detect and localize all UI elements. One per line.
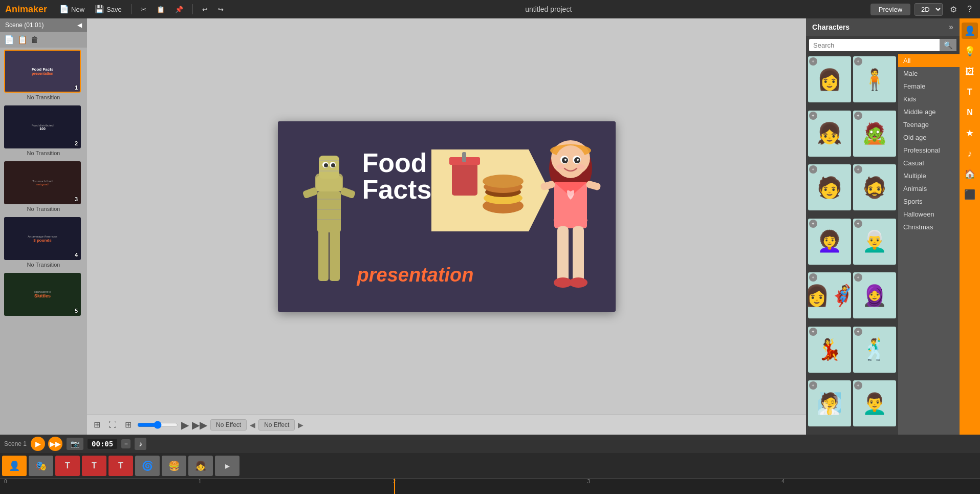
time-minus-button[interactable]: − <box>121 439 130 448</box>
char-card-4[interactable]: + 🧟 <box>853 111 896 157</box>
effect2-box[interactable]: No Effect <box>258 419 295 431</box>
characters-icon-btn[interactable]: 👤 <box>962 23 978 39</box>
char-card-3[interactable]: + 👧 <box>808 111 851 157</box>
delete-scene-button[interactable]: 🗑 <box>31 35 39 45</box>
timeline-item-3[interactable]: T <box>55 456 80 476</box>
scene-transition-4[interactable]: No Transition <box>4 260 83 269</box>
paste-button[interactable]: 📌 <box>172 4 186 15</box>
duplicate-scene-button[interactable]: 📋 <box>17 35 28 45</box>
scene-play-button[interactable]: ▶ <box>31 437 45 451</box>
filter-multiple[interactable]: Multiple <box>898 169 960 182</box>
fullscreen-button[interactable]: ⛶ <box>106 419 119 431</box>
play-button[interactable]: ▶ <box>181 419 189 431</box>
help-button[interactable]: ? <box>964 4 975 15</box>
filter-old-age[interactable]: Old age <box>898 131 960 144</box>
timeline-item-1[interactable]: 👤 <box>2 456 27 476</box>
char-card-11[interactable]: + 💃 <box>808 327 851 373</box>
girl-character[interactable] <box>534 140 608 309</box>
char-card-6[interactable]: + 🧔 <box>853 164 896 210</box>
media-icon-btn[interactable]: 🖼 <box>962 63 978 80</box>
expand-panel-icon[interactable]: » <box>949 23 953 32</box>
filter-sports[interactable]: Sports <box>898 195 960 208</box>
timeline-item-7[interactable]: 🍔 <box>162 456 186 476</box>
export-icon-btn[interactable]: ⬛ <box>962 186 978 203</box>
preview-button[interactable]: Preview <box>870 4 910 15</box>
effect1-box[interactable]: No Effect <box>210 419 247 431</box>
scene-item-4[interactable]: An average American 3 pounds 4 No Transi… <box>4 217 83 269</box>
scene-thumb-5[interactable]: equivalent to Skittles 5 <box>4 273 81 316</box>
mode-select[interactable]: 2D 3D <box>914 3 943 16</box>
scene-number-5: 5 <box>75 308 78 314</box>
scene-item-2[interactable]: Food distributed 100 2 No Transition <box>4 105 83 157</box>
filter-female[interactable]: Female <box>898 80 960 93</box>
filter-casual[interactable]: Casual <box>898 157 960 169</box>
play-all-button[interactable]: ▶▶ <box>192 419 207 431</box>
filter-animals[interactable]: Animals <box>898 182 960 195</box>
timeline-item-9[interactable]: ▸ <box>215 456 239 476</box>
copy-button[interactable]: 📋 <box>154 4 168 15</box>
collapse-icon[interactable]: ◀ <box>77 22 82 29</box>
logo-icon-btn[interactable]: N <box>962 104 978 121</box>
scene-item-3[interactable]: Too much food not good 3 No Transition <box>4 161 83 213</box>
timeline-item-8[interactable]: 👧 <box>188 456 213 476</box>
scene-item-5[interactable]: equivalent to Skittles 5 <box>4 273 83 316</box>
char-card-5[interactable]: + 🧑 <box>808 164 851 210</box>
props-icon-btn[interactable]: 💡 <box>962 43 978 59</box>
music-icon-btn[interactable]: ♪ <box>962 145 978 162</box>
char-card-9[interactable]: + 👩‍🦸 <box>808 272 851 318</box>
mummy-character[interactable] <box>296 145 362 309</box>
filter-male[interactable]: Male <box>898 67 960 80</box>
playhead[interactable] <box>394 479 395 494</box>
scene-thumb-3[interactable]: Too much food not good 3 <box>4 161 81 204</box>
filter-halloween[interactable]: Halloween <box>898 208 960 221</box>
new-button[interactable]: 📄 New <box>56 3 88 15</box>
scene-thumb-1[interactable]: Food Facts presentation 1 <box>4 50 81 93</box>
zoom-slider[interactable] <box>137 421 178 429</box>
grid-button[interactable]: ⊞ <box>122 418 134 431</box>
scene-item-1[interactable]: Food Facts presentation 1 No Transition <box>4 50 83 101</box>
char-card-10[interactable]: + 🧕 <box>853 272 896 318</box>
scene-thumb-4[interactable]: An average American 3 pounds 4 <box>4 217 81 260</box>
filter-teenage[interactable]: Teenage <box>898 118 960 131</box>
scene-number-1: 1 <box>75 84 78 91</box>
char-card-2[interactable]: + 🧍 <box>853 56 896 102</box>
timeline-item-5[interactable]: T <box>108 456 133 476</box>
char-card-1[interactable]: + 👩 <box>808 56 851 102</box>
scene-transition-1[interactable]: No Transition <box>4 93 83 101</box>
right-icons-strip: 👤 💡 🖼 T N ★ ♪ 🏠 ⬛ <box>960 18 980 435</box>
camera-button[interactable]: 📷 <box>67 438 83 450</box>
timeline-item-4[interactable]: T <box>82 456 106 476</box>
char-card-12[interactable]: + 🕺 <box>853 327 896 373</box>
filter-christmas[interactable]: Christmas <box>898 221 960 233</box>
search-button[interactable]: 🔍 <box>940 39 956 51</box>
scene-transition-2[interactable]: No Transition <box>4 148 83 157</box>
templates-icon-btn[interactable]: 🏠 <box>962 166 978 182</box>
filter-middle-age[interactable]: Middle age <box>898 105 960 118</box>
music-timeline-button[interactable]: ♪ <box>135 438 146 450</box>
text-icon-btn[interactable]: T <box>962 84 978 100</box>
search-input[interactable] <box>809 39 940 51</box>
timeline-item-2[interactable]: 🎭 <box>29 456 53 476</box>
slide-canvas[interactable]: Food Facts presentation <box>278 121 616 312</box>
effects-icon-btn[interactable]: ★ <box>962 125 978 141</box>
project-title: untitled project <box>231 5 866 13</box>
undo-button[interactable]: ↩ <box>199 4 211 15</box>
add-scene-button[interactable]: 📄 <box>4 35 14 45</box>
scene-transition-3[interactable]: No Transition <box>4 204 83 213</box>
char-card-7[interactable]: + 👩‍🦱 <box>808 219 851 265</box>
char-card-13[interactable]: + 🧖 <box>808 380 851 426</box>
char-card-8[interactable]: + 👨‍🦳 <box>853 219 896 265</box>
filter-professional[interactable]: Professional <box>898 144 960 157</box>
scene-thumb-2[interactable]: Food distributed 100 2 <box>4 105 81 148</box>
save-button[interactable]: 💾 Save <box>92 3 125 15</box>
cut-button[interactable]: ✂ <box>138 4 149 15</box>
scene-next-button[interactable]: ▶▶ <box>48 437 62 451</box>
char-card-14[interactable]: + 👨‍🦱 <box>853 380 896 426</box>
filter-kids[interactable]: Kids <box>898 93 960 105</box>
filter-all[interactable]: All <box>898 54 960 67</box>
redo-button[interactable]: ↪ <box>215 4 227 15</box>
settings-button[interactable]: ⚙ <box>947 4 960 15</box>
timeline-item-6[interactable]: 🌀 <box>135 456 160 476</box>
ruler-mark-4: 4 <box>781 479 785 484</box>
fit-view-button[interactable]: ⊞ <box>91 418 103 431</box>
